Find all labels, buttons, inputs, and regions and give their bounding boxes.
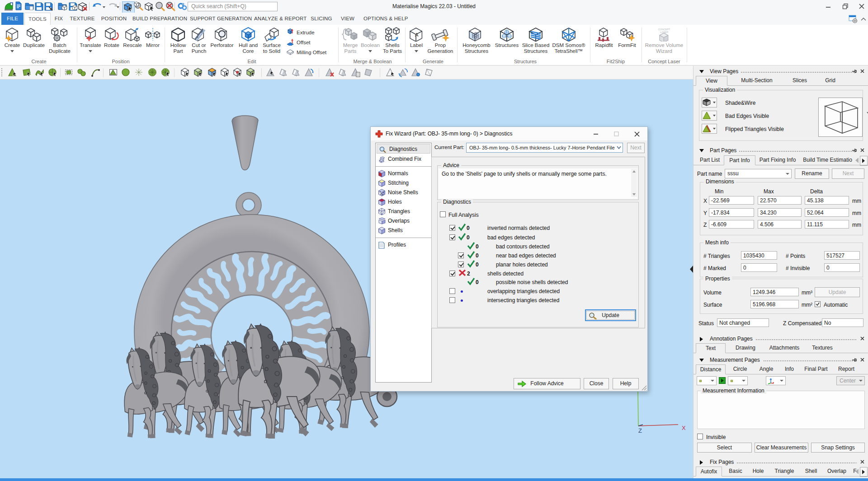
svg-text:A: A — [415, 32, 419, 37]
svg-text:Z: Z — [638, 427, 642, 434]
svg-text:X: X — [682, 425, 686, 431]
